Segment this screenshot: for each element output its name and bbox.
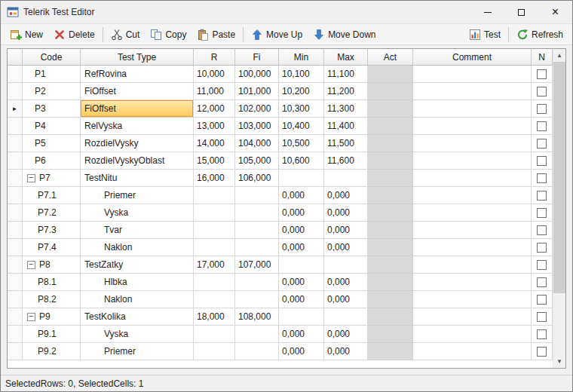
cell-n[interactable] bbox=[532, 308, 553, 326]
cell-min[interactable]: 0,000 bbox=[279, 222, 324, 239]
cell-test-type[interactable]: FiOffset bbox=[81, 100, 194, 118]
cell-n[interactable] bbox=[532, 152, 553, 170]
cell-comment[interactable] bbox=[413, 187, 532, 204]
cell-max[interactable] bbox=[324, 256, 368, 274]
grid-row[interactable]: −P8TestZatky17,000107,000 bbox=[8, 256, 553, 274]
grid-row[interactable]: P5RozdielVysky14,000104,00010,50011,500 bbox=[8, 135, 553, 152]
row-indicator-cell[interactable] bbox=[8, 187, 23, 204]
row-checkbox[interactable] bbox=[537, 295, 547, 305]
cell-r[interactable] bbox=[194, 239, 235, 256]
row-indicator-cell[interactable] bbox=[8, 83, 23, 100]
row-checkbox[interactable] bbox=[537, 243, 547, 253]
cell-test-type[interactable]: TestKolika bbox=[81, 308, 194, 326]
cell-comment[interactable] bbox=[413, 66, 532, 83]
cell-min[interactable] bbox=[279, 256, 324, 274]
cell-test-type[interactable]: RozdielVysky bbox=[81, 135, 194, 152]
cell-max[interactable]: 0,000 bbox=[324, 204, 368, 222]
header-min[interactable]: Min bbox=[279, 49, 324, 66]
cell-code[interactable]: P7.2 bbox=[23, 204, 81, 222]
cell-test-type[interactable]: TestNitu bbox=[81, 170, 194, 187]
refresh-button[interactable]: Refresh bbox=[511, 26, 568, 44]
grid-row[interactable]: P7.4Naklon0,0000,000 bbox=[8, 239, 553, 256]
cell-r[interactable] bbox=[194, 343, 235, 360]
grid-row[interactable]: P9.1Vyska0,0000,000 bbox=[8, 326, 553, 343]
scroll-thumb[interactable] bbox=[553, 62, 565, 293]
cell-code[interactable]: P4 bbox=[23, 118, 81, 135]
header-code[interactable]: Code bbox=[23, 49, 81, 66]
row-indicator-cell[interactable] bbox=[8, 118, 23, 135]
cell-max[interactable]: 0,000 bbox=[324, 274, 368, 291]
cell-n[interactable] bbox=[532, 83, 553, 100]
cell-n[interactable] bbox=[532, 118, 553, 135]
cell-min[interactable] bbox=[279, 170, 324, 187]
cell-min[interactable]: 0,000 bbox=[279, 291, 324, 308]
cell-fi[interactable] bbox=[235, 187, 279, 204]
grid-row[interactable]: P1RefRovina10,000100,00010,10011,100 bbox=[8, 66, 553, 83]
cell-comment[interactable] bbox=[413, 118, 532, 135]
cell-code[interactable]: P2 bbox=[23, 83, 81, 100]
cell-max[interactable]: 11,100 bbox=[324, 66, 368, 83]
cell-n[interactable] bbox=[532, 222, 553, 239]
cell-min[interactable]: 10,600 bbox=[279, 152, 324, 170]
cell-comment[interactable] bbox=[413, 308, 532, 326]
cell-n[interactable] bbox=[532, 100, 553, 118]
collapse-icon[interactable]: − bbox=[27, 261, 35, 269]
cell-fi[interactable]: 101,000 bbox=[235, 83, 279, 100]
cell-comment[interactable] bbox=[413, 83, 532, 100]
cell-r[interactable]: 15,000 bbox=[194, 152, 235, 170]
header-n[interactable]: N bbox=[532, 49, 553, 66]
row-indicator-cell[interactable] bbox=[8, 135, 23, 152]
grid-row[interactable]: P8.1Hlbka0,0000,000 bbox=[8, 274, 553, 291]
cell-test-type[interactable]: FiOffset bbox=[81, 83, 194, 100]
cell-fi[interactable]: 104,000 bbox=[235, 135, 279, 152]
cell-fi[interactable] bbox=[235, 204, 279, 222]
row-indicator-cell[interactable] bbox=[8, 170, 23, 187]
row-indicator-cell[interactable] bbox=[8, 256, 23, 274]
cell-max[interactable]: 11,300 bbox=[324, 100, 368, 118]
cell-r[interactable]: 10,000 bbox=[194, 66, 235, 83]
cell-n[interactable] bbox=[532, 204, 553, 222]
new-button[interactable]: New bbox=[5, 26, 48, 44]
grid-row[interactable]: P8.2Naklon0,0000,000 bbox=[8, 291, 553, 308]
grid-row[interactable]: P7.3Tvar0,0000,000 bbox=[8, 222, 553, 239]
row-indicator-cell[interactable] bbox=[8, 239, 23, 256]
cell-code[interactable]: P1 bbox=[23, 66, 81, 83]
cell-test-type[interactable]: Priemer bbox=[81, 187, 194, 204]
grid-row[interactable]: P7.2Vyska0,0000,000 bbox=[8, 204, 553, 222]
cell-r[interactable]: 14,000 bbox=[194, 135, 235, 152]
cell-r[interactable]: 13,000 bbox=[194, 118, 235, 135]
cell-n[interactable] bbox=[532, 343, 553, 360]
row-checkbox[interactable] bbox=[537, 104, 547, 114]
header-test-type[interactable]: Test Type bbox=[81, 49, 194, 66]
cell-n[interactable] bbox=[532, 170, 553, 187]
scroll-down-button[interactable]: ▼ bbox=[553, 355, 565, 368]
row-checkbox[interactable] bbox=[537, 121, 547, 131]
cell-comment[interactable] bbox=[413, 256, 532, 274]
cell-comment[interactable] bbox=[413, 326, 532, 343]
cell-max[interactable]: 11,200 bbox=[324, 83, 368, 100]
grid-row[interactable]: −P9TestKolika18,000108,000 bbox=[8, 308, 553, 326]
cell-comment[interactable] bbox=[413, 152, 532, 170]
cell-comment[interactable] bbox=[413, 135, 532, 152]
cell-min[interactable]: 10,500 bbox=[279, 135, 324, 152]
minimize-button[interactable] bbox=[470, 1, 504, 23]
row-checkbox[interactable] bbox=[537, 208, 547, 218]
row-checkbox[interactable] bbox=[537, 329, 547, 339]
cell-code[interactable]: −P9 bbox=[23, 308, 81, 326]
cell-comment[interactable] bbox=[413, 170, 532, 187]
cell-r[interactable]: 18,000 bbox=[194, 308, 235, 326]
row-checkbox[interactable] bbox=[537, 225, 547, 235]
cell-comment[interactable] bbox=[413, 343, 532, 360]
row-checkbox[interactable] bbox=[537, 87, 547, 96]
cell-test-type[interactable]: Hlbka bbox=[81, 274, 194, 291]
cell-comment[interactable] bbox=[413, 204, 532, 222]
cell-max[interactable]: 0,000 bbox=[324, 187, 368, 204]
cell-test-type[interactable]: Priemer bbox=[81, 343, 194, 360]
header-max[interactable]: Max bbox=[324, 49, 368, 66]
header-fi[interactable]: Fi bbox=[235, 49, 279, 66]
cell-r[interactable] bbox=[194, 222, 235, 239]
cell-r[interactable]: 17,000 bbox=[194, 256, 235, 274]
row-indicator-cell[interactable] bbox=[8, 274, 23, 291]
cell-min[interactable]: 10,300 bbox=[279, 100, 324, 118]
cell-comment[interactable] bbox=[413, 100, 532, 118]
